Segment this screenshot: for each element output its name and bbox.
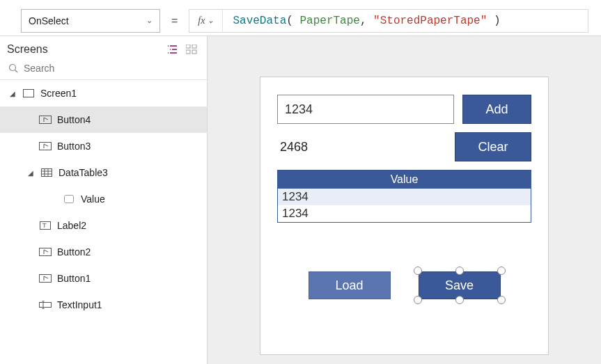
app-preview: Add 2468 Clear Value 1234 1234 Load Save — [260, 77, 549, 355]
tree-item-button4[interactable]: Button4 — [0, 106, 207, 133]
table-row: 1234 — [278, 205, 531, 222]
fx-icon[interactable]: fx ⌄ — [189, 10, 223, 32]
svg-rect-7 — [40, 116, 52, 124]
formula-bar: OnSelect ⌄ = fx ⌄ SaveData( PaperTape, "… — [0, 0, 601, 36]
tree-item-button3[interactable]: Button3 — [0, 133, 207, 159]
design-canvas[interactable]: Add 2468 Clear Value 1234 1234 Load Save — [208, 36, 601, 364]
tree-item-value[interactable]: Value — [0, 186, 207, 212]
svg-rect-17 — [40, 248, 52, 256]
svg-point-4 — [10, 65, 16, 71]
selected-control[interactable]: Save — [419, 271, 501, 299]
number-input[interactable] — [277, 95, 454, 124]
search-field[interactable] — [24, 63, 198, 74]
table-row: 1234 — [278, 189, 531, 205]
button-icon — [39, 115, 52, 125]
svg-rect-9 — [42, 169, 52, 177]
svg-rect-19 — [40, 303, 52, 308]
tree-item-button2[interactable]: Button2 — [0, 239, 207, 265]
svg-line-5 — [15, 70, 18, 73]
resize-handle[interactable] — [497, 296, 506, 304]
formula-input[interactable]: fx ⌄ SaveData( PaperTape, "StoredPaperTa… — [189, 9, 588, 33]
tree-list-icon[interactable] — [168, 45, 179, 54]
property-dropdown[interactable]: OnSelect ⌄ — [21, 9, 160, 33]
formula-text[interactable]: SaveData( PaperTape, "StoredPaperTape" ) — [223, 10, 510, 32]
tree-item-textinput1[interactable]: TextInput1 — [0, 292, 207, 318]
svg-rect-0 — [186, 45, 190, 48]
table-header: Value — [278, 171, 531, 189]
add-button[interactable]: Add — [462, 95, 531, 124]
button-icon — [39, 141, 52, 151]
chevron-down-icon: ⌄ — [208, 16, 214, 25]
column-icon — [63, 194, 75, 204]
resize-handle[interactable] — [497, 267, 506, 275]
clear-button[interactable]: Clear — [455, 132, 531, 161]
collapse-icon[interactable]: ◢ — [28, 169, 35, 177]
resize-handle[interactable] — [414, 267, 422, 275]
search-icon — [8, 63, 18, 73]
resize-handle[interactable] — [455, 267, 464, 275]
datatable-icon — [40, 168, 53, 177]
button-icon — [39, 247, 52, 257]
resize-handle[interactable] — [414, 296, 422, 304]
resize-handle[interactable] — [455, 296, 464, 304]
svg-rect-8 — [40, 143, 52, 150]
tree-item-datatable3[interactable]: ◢ DataTable3 — [0, 159, 207, 186]
search-input[interactable] — [0, 60, 207, 80]
tree-panel: Screens ◢ Screen1 — [0, 36, 208, 364]
load-button[interactable]: Load — [309, 271, 391, 299]
svg-rect-2 — [186, 50, 190, 54]
svg-rect-14 — [65, 196, 74, 203]
button-icon — [39, 274, 52, 283]
svg-rect-6 — [24, 90, 34, 97]
equals-label: = — [171, 15, 178, 27]
textinput-icon — [39, 300, 52, 310]
save-button[interactable]: Save — [419, 271, 501, 299]
svg-text:T: T — [42, 222, 47, 229]
collapse-icon[interactable]: ◢ — [10, 90, 17, 97]
tree-item-button1[interactable]: Button1 — [0, 265, 207, 292]
panel-title: Screens — [7, 43, 48, 56]
tree-item-screen1[interactable]: ◢ Screen1 — [0, 80, 207, 106]
tree-view: ◢ Screen1 Button4 Button3 ◢ DataTable3 V… — [0, 80, 207, 318]
property-name: OnSelect — [29, 15, 69, 26]
thumbnail-view-icon[interactable] — [186, 45, 197, 54]
svg-rect-1 — [192, 45, 196, 48]
data-table[interactable]: Value 1234 1234 — [277, 170, 531, 223]
tree-item-label2[interactable]: T Label2 — [0, 212, 207, 239]
label-icon: T — [39, 221, 52, 230]
svg-rect-18 — [40, 275, 52, 283]
svg-rect-3 — [192, 50, 196, 54]
screen-icon — [22, 88, 35, 98]
chevron-down-icon: ⌄ — [146, 16, 153, 25]
result-label: 2468 — [280, 140, 455, 155]
